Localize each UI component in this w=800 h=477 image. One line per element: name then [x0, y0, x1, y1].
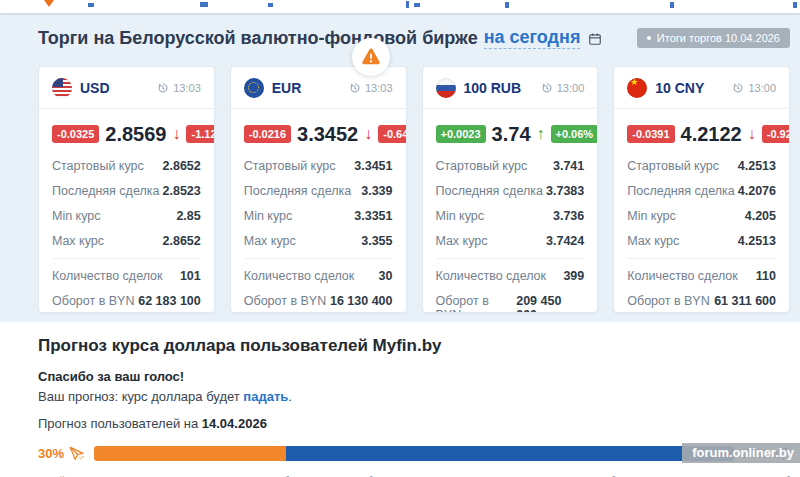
row-label: Стартовый курс: [52, 159, 144, 173]
dropdown-caret-icon: [44, 0, 54, 7]
data-row: Стартовый курс 2.8652: [52, 153, 201, 178]
currency-name: 100 RUB: [464, 80, 541, 96]
fall-link[interactable]: падать: [243, 389, 288, 404]
rate-rows: Стартовый курс 2.8652 Последняя сделка 2…: [52, 153, 201, 253]
card-body: +0.0023 3.74 ↑ +0.06% Стартовый курс 3.7…: [423, 109, 598, 313]
currency-flag-icon: [52, 78, 72, 98]
row-value: 3.741: [553, 159, 584, 173]
row-value: 110: [756, 269, 776, 283]
row-label: Max курс: [627, 234, 679, 248]
results-badge-label: Итоги торгов 10.04.2026: [657, 32, 780, 44]
your-forecast: Ваш прогноз: курс доллара будет падать.: [38, 389, 792, 404]
data-row: Последняя сделка 2.8523: [52, 178, 201, 203]
data-row: Max курс 3.7424: [436, 228, 585, 253]
trading-section: Торги на Белорусской валютно-фондовой би…: [0, 13, 800, 322]
currency-flag-icon: [436, 78, 456, 98]
row-value: 2.8523: [163, 184, 201, 198]
data-row: Количество сделок 101: [52, 263, 201, 288]
row-value: 61 311 600: [714, 294, 776, 308]
results-badge[interactable]: Итоги торгов 10.04.2026: [637, 28, 790, 48]
row-label: Последняя сделка: [627, 184, 734, 198]
row-label: Последняя сделка: [52, 184, 159, 198]
rate-value-row: +0.0023 3.74 ↑ +0.06%: [436, 119, 585, 149]
stat-rows: Количество сделок 101 Оборот в BYN 62 18…: [52, 263, 201, 313]
forecast-bar: [94, 446, 734, 461]
card-body: -0.0391 4.2122 ↓ -0.92% Стартовый курс 4…: [614, 109, 789, 313]
calendar-icon[interactable]: [588, 32, 602, 46]
change-badge: +0.0023: [436, 125, 486, 143]
row-label: Min курс: [436, 209, 485, 223]
clipped-nav-text: [268, 3, 273, 7]
row-value: 4.2513: [738, 159, 776, 173]
trend-arrow-icon: ↑: [537, 125, 545, 143]
rate-value-row: -0.0325 2.8569 ↓ -1.12%: [52, 119, 201, 149]
card-header: 10 CNY 13:00: [614, 67, 789, 109]
disclaimer-line-1: Делайте прогноз на рост или падение курс…: [38, 473, 792, 477]
disclaimer-text: Делайте прогноз на рост или падение курс…: [38, 473, 792, 477]
data-row: Min курс 3.736: [436, 203, 585, 228]
update-time: 13:03: [157, 82, 201, 94]
change-badge: -0.0391: [627, 125, 674, 143]
card-body: -0.0325 2.8569 ↓ -1.12% Стартовый курс 2…: [39, 109, 214, 313]
currency-flag-icon: [627, 78, 647, 98]
rate-value: 2.8569: [105, 123, 166, 146]
row-label: Оборот в BYN: [436, 294, 517, 314]
rate-rows: Стартовый курс 3.741 Последняя сделка 3.…: [436, 153, 585, 253]
stat-rows: Количество сделок 110 Оборот в BYN 61 31…: [627, 263, 776, 313]
data-row: Количество сделок 110: [627, 263, 776, 288]
rate-value-row: -0.0216 3.3452 ↓ -0.64%: [244, 119, 393, 149]
clipped-top-nav: [0, 0, 800, 13]
row-label: Оборот в BYN: [244, 294, 326, 308]
row-value: 2.85: [176, 209, 200, 223]
row-value: 3.355: [361, 234, 392, 248]
divider: [52, 258, 201, 259]
currency-cards: USD 13:03 -0.0325 2.8569 ↓ -1.12% Старто…: [38, 66, 790, 313]
row-value: 3.3351: [354, 209, 392, 223]
page-title-text: Торги на Белорусской валютно-фондовой би…: [38, 28, 478, 49]
clipped-nav-text: [200, 2, 208, 7]
change-badge: -0.0325: [52, 125, 99, 143]
data-row: Стартовый курс 3.3451: [244, 153, 393, 178]
data-row: Min курс 4.205: [627, 203, 776, 228]
currency-name: 10 CNY: [655, 80, 732, 96]
data-row: Max курс 2.8652: [52, 228, 201, 253]
rate-value: 3.74: [492, 123, 531, 146]
today-link[interactable]: на сегодня: [484, 27, 581, 49]
row-label: Оборот в BYN: [52, 294, 134, 308]
row-value: 2.8652: [163, 159, 201, 173]
divider: [244, 258, 393, 259]
clipped-nav-text: [414, 3, 420, 7]
rate-value-row: -0.0391 4.2122 ↓ -0.92%: [627, 119, 776, 149]
clipped-nav-text: [406, 1, 409, 8]
trend-arrow-icon: ↓: [748, 125, 756, 143]
row-label: Max курс: [436, 234, 488, 248]
currency-card: EUR 13:03 -0.0216 3.3452 ↓ -0.64% Старто…: [230, 66, 407, 313]
row-value: 3.3451: [354, 159, 392, 173]
clipped-nav-text: [88, 3, 94, 7]
data-row: Последняя сделка 4.2076: [627, 178, 776, 203]
stat-rows: Количество сделок 399 Оборот в BYN 209 4…: [436, 263, 585, 313]
data-row: Min курс 3.3351: [244, 203, 393, 228]
warning-icon[interactable]: [352, 38, 390, 76]
change-badge: -0.0216: [244, 125, 291, 143]
row-value: 4.2076: [738, 184, 776, 198]
row-value: 3.736: [553, 209, 584, 223]
row-label: Количество сделок: [627, 269, 738, 283]
data-row: Последняя сделка 3.7383: [436, 178, 585, 203]
row-value: 16 130 400: [330, 294, 393, 308]
card-body: -0.0216 3.3452 ↓ -0.64% Стартовый курс 3…: [231, 109, 406, 313]
row-label: Max курс: [52, 234, 104, 248]
trading-header: Торги на Белорусской валютно-фондовой би…: [38, 22, 790, 54]
row-label: Количество сделок: [244, 269, 355, 283]
currency-card: USD 13:03 -0.0325 2.8569 ↓ -1.12% Старто…: [38, 66, 215, 313]
forecast-heading: Прогноз курса доллара пользователей Myfi…: [38, 336, 792, 356]
trend-arrow-icon: ↓: [172, 125, 180, 143]
down-percent: 30%: [38, 446, 64, 461]
clock-icon: [349, 82, 361, 94]
users-forecast-prefix: Прогноз пользователей на: [38, 416, 202, 431]
divider: [436, 258, 585, 259]
row-value: 3.7383: [546, 184, 584, 198]
forecast-bar-row: 30% 70%: [38, 444, 792, 462]
forecast-section: Прогноз курса доллара пользователей Myfi…: [0, 322, 800, 477]
update-time-label: 13:00: [557, 82, 585, 94]
